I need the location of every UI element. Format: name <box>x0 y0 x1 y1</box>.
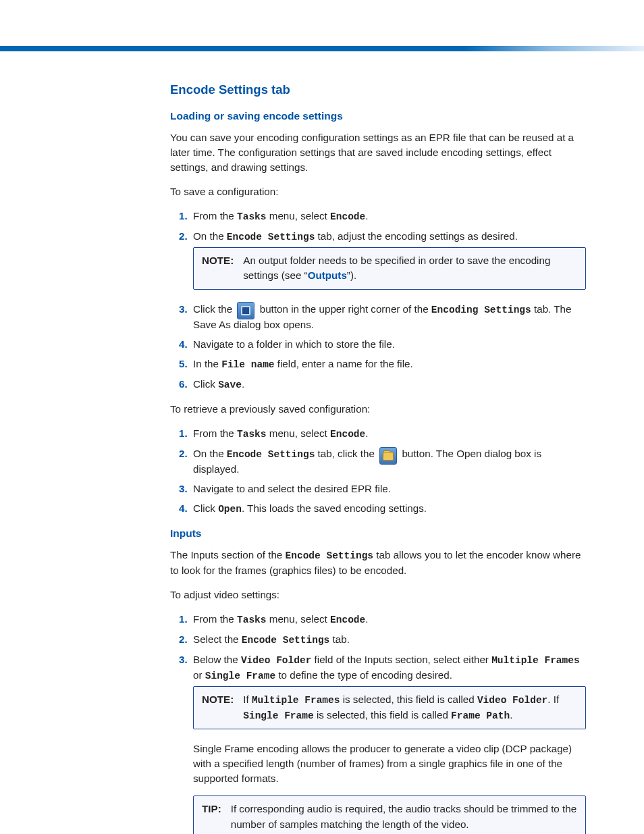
save-step-4: Navigate to a folder in which to store t… <box>190 337 586 352</box>
note-multiple-single: NOTE: If Multiple Frames is selected, th… <box>193 686 586 729</box>
para-inputs-intro: The Inputs section of the Encode Setting… <box>170 548 586 578</box>
note-body: An output folder needs to be specified i… <box>243 253 579 283</box>
retrieve-step-1: From the Tasks menu, select Encode. <box>190 426 586 442</box>
note-body: If Multiple Frames is selected, this fie… <box>243 692 579 723</box>
save-step-5: In the File name field, enter a name for… <box>190 357 586 372</box>
adjust-step-2: Select the Encode Settings tab. <box>190 632 586 648</box>
para-save-lead: To save a configuration: <box>170 184 586 199</box>
heading-encode-settings-tab: Encode Settings tab <box>170 81 586 99</box>
open-folder-icon <box>379 447 397 465</box>
save-icon <box>237 302 254 319</box>
note-output-folder: NOTE: An output folder needs to be speci… <box>193 247 586 289</box>
link-outputs[interactable]: Outputs <box>308 269 347 281</box>
retrieve-step-3: Navigate to and select the desired EPR f… <box>190 481 586 496</box>
heading-loading-saving: Loading or saving encode settings <box>170 109 586 124</box>
adjust-steps-list: From the Tasks menu, select Encode. Sele… <box>170 612 586 834</box>
page-top-rule <box>0 46 644 51</box>
retrieve-step-2: On the Encode Settings tab, click the bu… <box>190 446 586 477</box>
tip-body: If corresponding audio is required, the … <box>231 802 579 831</box>
save-step-2: On the Encode Settings tab, adjust the e… <box>190 229 586 289</box>
note-label: NOTE: <box>202 253 234 283</box>
page-content: Encode Settings tab Loading or saving en… <box>0 51 644 834</box>
note-label: NOTE: <box>202 692 234 723</box>
para-adjust-lead: To adjust video settings: <box>170 588 586 602</box>
save-steps-list: From the Tasks menu, select Encode. On t… <box>170 209 586 392</box>
para-intro: You can save your encoding configuration… <box>170 130 586 175</box>
save-step-6: Click Save. <box>190 377 586 392</box>
save-step-1: From the Tasks menu, select Encode. <box>190 209 586 224</box>
retrieve-steps-list: From the Tasks menu, select Encode. On t… <box>170 426 586 517</box>
para-retrieve-lead: To retrieve a previously saved configura… <box>170 402 586 417</box>
save-step-3: Click the button in the upper right corn… <box>190 302 586 332</box>
para-single-frame: Single Frame encoding allows the produce… <box>193 741 586 786</box>
tip-label: TIP: <box>202 802 221 831</box>
heading-inputs: Inputs <box>170 526 586 541</box>
tip-audio: TIP: If corresponding audio is required,… <box>193 796 586 834</box>
adjust-step-1: From the Tasks menu, select Encode. <box>190 612 586 627</box>
retrieve-step-4: Click Open. This loads the saved encodin… <box>190 501 586 517</box>
adjust-step-3: Below the Video Folder field of the Inpu… <box>190 652 586 834</box>
